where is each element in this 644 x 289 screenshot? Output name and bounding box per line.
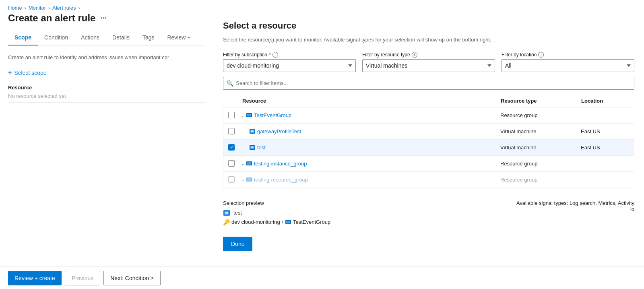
row-name-test[interactable]: test bbox=[239, 144, 497, 151]
resource-value: No resource selected yet bbox=[8, 93, 205, 103]
col-resource: Resource bbox=[239, 98, 497, 104]
table-row-selected[interactable]: test Virtual machine East US bbox=[223, 140, 634, 156]
select-scope-label: Select scope bbox=[14, 70, 46, 76]
filters-row: Filter by subscription * i dev cloud-mon… bbox=[223, 52, 634, 72]
location-info-icon[interactable]: i bbox=[538, 52, 544, 58]
row-type: Resource group bbox=[497, 177, 578, 183]
svg-rect-14 bbox=[225, 212, 228, 214]
row-name-testing-instance-group[interactable]: ⌄ testing-instance_group bbox=[239, 160, 497, 167]
breadcrumb-monitor[interactable]: Monitor bbox=[29, 5, 46, 11]
row-type: Virtual machine bbox=[497, 144, 578, 151]
preview-resource-group: TestEventGroup bbox=[293, 219, 330, 225]
svg-rect-11 bbox=[247, 178, 251, 181]
filter-resource-type-label: Filter by resource type i bbox=[362, 52, 495, 58]
panel-title: Select a resource bbox=[223, 21, 634, 31]
bottom-bar: Review + create Previous Next: Condition… bbox=[0, 266, 644, 289]
required-indicator: * bbox=[269, 52, 271, 58]
filter-location-group: Filter by location i All bbox=[502, 52, 634, 72]
table-row[interactable]: ⌄ testing-instance_group Resource group bbox=[223, 156, 634, 172]
svg-rect-4 bbox=[251, 130, 254, 132]
svg-rect-1 bbox=[247, 114, 251, 116]
description-text: Create an alert rule to identify and add… bbox=[8, 54, 205, 61]
review-create-button[interactable]: Review + create bbox=[8, 271, 62, 285]
table-row[interactable]: gatewayProfileTest Virtual machine East … bbox=[223, 124, 634, 140]
page-title-text: Create an alert rule bbox=[8, 12, 95, 24]
search-input[interactable] bbox=[236, 80, 631, 86]
resource-table-scroll[interactable]: ⌄ TestEventGroup Resource group bbox=[223, 107, 634, 188]
search-box: 🔍 bbox=[223, 77, 634, 90]
panel-description: Select the resource(s) you want to monit… bbox=[223, 36, 634, 44]
col-location: Location bbox=[578, 98, 634, 104]
ellipsis-menu[interactable]: ··· bbox=[100, 14, 106, 23]
path-rg-icon bbox=[285, 219, 291, 225]
tab-actions[interactable]: Actions bbox=[74, 30, 106, 45]
checkbox-test[interactable] bbox=[228, 144, 235, 151]
checkbox-testing-resource-group[interactable] bbox=[228, 176, 235, 183]
tab-review[interactable]: Review + bbox=[161, 30, 197, 45]
filter-location-label: Filter by location i bbox=[502, 52, 634, 58]
preview-path: 🔑 dev cloud-monitoring › TestEventGroup bbox=[223, 219, 330, 225]
breadcrumb-sep2: › bbox=[48, 5, 50, 11]
preview-subscription: dev cloud-monitoring bbox=[231, 219, 280, 225]
row-checkbox[interactable] bbox=[223, 144, 239, 151]
breadcrumb-sep1: › bbox=[25, 5, 26, 11]
row-name-testing-resource-group[interactable]: ⌄ testing-resource_group bbox=[239, 176, 497, 183]
row-checkbox[interactable] bbox=[223, 176, 239, 183]
selection-preview: Selection preview test 🔑 dev cloud-monit… bbox=[223, 195, 634, 251]
vm-icon bbox=[249, 128, 256, 134]
row-type: Virtual machine bbox=[497, 128, 578, 134]
done-button[interactable]: Done bbox=[223, 237, 252, 251]
selection-row: Selection preview test 🔑 dev cloud-monit… bbox=[223, 200, 634, 225]
search-icon: 🔍 bbox=[227, 80, 233, 87]
expand-icon: ⌄ bbox=[241, 113, 244, 118]
select-scope-button[interactable]: + Select scope bbox=[8, 69, 205, 76]
col-resource-type: Resource type bbox=[497, 98, 578, 104]
breadcrumb-sep3: › bbox=[78, 5, 80, 11]
location-select[interactable]: All bbox=[502, 59, 634, 72]
row-location: East US bbox=[578, 128, 634, 134]
filter-subscription-group: Filter by subscription * i dev cloud-mon… bbox=[223, 52, 356, 72]
tab-tags[interactable]: Tags bbox=[136, 30, 161, 45]
checkbox-gatewayprofiletest[interactable] bbox=[228, 128, 235, 134]
row-type: Resource group bbox=[497, 161, 578, 167]
preview-vm-icon bbox=[223, 209, 230, 217]
resource-type-info-icon[interactable]: i bbox=[412, 52, 417, 58]
previous-button[interactable]: Previous bbox=[65, 271, 100, 285]
resource-type-select[interactable]: Virtual machines bbox=[362, 59, 495, 72]
preview-item-name: test bbox=[233, 210, 242, 216]
right-panel: Select a resource Select the resource(s)… bbox=[213, 12, 644, 266]
row-checkbox[interactable] bbox=[223, 112, 239, 118]
breadcrumb-alert-rules[interactable]: Alert rules bbox=[52, 5, 76, 11]
signal-types-text: Available signal types: Log search, Metr… bbox=[514, 200, 634, 212]
svg-rect-7 bbox=[251, 147, 254, 148]
checkbox-testing-instance-group[interactable] bbox=[228, 160, 235, 167]
col-checkbox bbox=[223, 98, 239, 104]
row-checkbox[interactable] bbox=[223, 128, 239, 134]
breadcrumb: Home › Monitor › Alert rules › bbox=[0, 0, 644, 12]
row-type: Resource group bbox=[497, 112, 578, 118]
row-name-testeventgroup[interactable]: ⌄ TestEventGroup bbox=[239, 112, 497, 118]
expand-icon: ⌄ bbox=[241, 161, 244, 166]
tab-details[interactable]: Details bbox=[106, 30, 136, 45]
checkbox-testeventgroup[interactable] bbox=[228, 112, 235, 118]
table-row[interactable]: ⌄ TestEventGroup Resource group bbox=[223, 107, 634, 124]
page-title-container: Create an alert rule ··· bbox=[8, 12, 205, 24]
tab-condition[interactable]: Condition bbox=[38, 30, 74, 45]
table-header: Resource Resource type Location bbox=[223, 95, 634, 107]
row-checkbox[interactable] bbox=[223, 160, 239, 167]
plus-icon: + bbox=[8, 69, 12, 76]
row-name-gatewayprofiletest[interactable]: gatewayProfileTest bbox=[239, 128, 497, 134]
filter-resource-type-group: Filter by resource type i Virtual machin… bbox=[362, 52, 495, 72]
tab-scope[interactable]: Scope bbox=[8, 30, 38, 45]
breadcrumb-home[interactable]: Home bbox=[8, 5, 22, 11]
tab-bar: Scope Condition Actions Details Tags Rev… bbox=[8, 30, 205, 46]
subscription-select[interactable]: dev cloud-monitoring bbox=[223, 59, 356, 72]
key-icon: 🔑 bbox=[223, 219, 230, 225]
svg-rect-16 bbox=[286, 221, 290, 223]
row-location: East US bbox=[578, 144, 634, 151]
table-row[interactable]: ⌄ testing-resource_group Resource group bbox=[223, 172, 634, 188]
preview-item: test bbox=[223, 209, 330, 217]
path-arrow: › bbox=[282, 219, 283, 225]
subscription-info-icon[interactable]: i bbox=[272, 52, 278, 58]
next-condition-button[interactable]: Next: Condition > bbox=[103, 271, 161, 285]
